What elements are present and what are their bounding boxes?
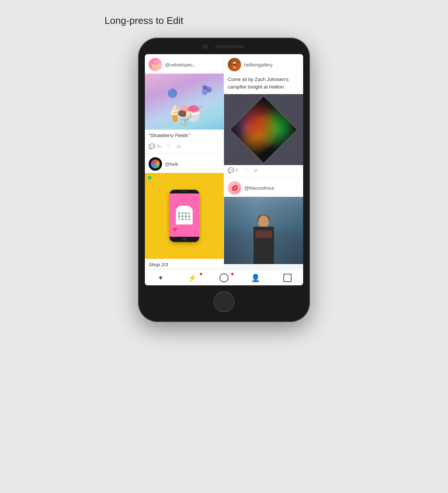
image-art[interactable] [224, 94, 303, 165]
repost-action-hellion[interactable]: ⇄ [253, 167, 258, 173]
repost-icon: ⇄ [177, 143, 181, 149]
avatar-coolhour: 💋 [228, 181, 241, 195]
heart-decoration: ❤️ [172, 227, 177, 232]
left-column: 🎂 @velvetspec... 🍨 🫐 “Strawberry Fields”… [145, 54, 224, 269]
sparkle-icon: ✦ [158, 273, 164, 282]
user-icon: 👤 [251, 273, 260, 282]
phone-top-bar [145, 44, 303, 49]
bottom-nav: ✦ ⚡ 👤 [145, 269, 303, 285]
phone-camera [203, 44, 208, 49]
avatar-hellion: 🍷 [228, 58, 241, 71]
like-action[interactable]: ♡ [167, 143, 171, 149]
nav-profile[interactable]: 👤 [240, 273, 271, 282]
activity-notification-dot [200, 273, 202, 275]
mini-phone-screen: ❤️ [169, 193, 199, 237]
dot-1 [178, 212, 180, 214]
image-strawberry-fields[interactable]: 🍨 🫐 [145, 74, 224, 130]
image-street[interactable] [224, 197, 303, 264]
username-hellion: helliongallery [244, 62, 273, 68]
phone-speaker [215, 45, 245, 48]
post-actions-velvetspec: 💬 8v ♡ ⇄ [145, 141, 224, 153]
username-velvetspec: @velvetspec... [165, 62, 197, 68]
blueberry-emoji: 🫐 [201, 85, 212, 95]
figure-coat [253, 227, 274, 264]
comment-icon-hellion: 💬 [228, 167, 234, 173]
art-colors [230, 96, 297, 163]
mini-home-button [183, 238, 186, 241]
dot-2 [181, 212, 183, 214]
dot-4 [188, 212, 190, 214]
comment-action[interactable]: 💬 8v [149, 143, 161, 149]
home-button[interactable] [214, 291, 234, 312]
dot-12 [188, 218, 190, 220]
heart-icon-hellion: ♡ [243, 167, 248, 173]
post-helliongallery: 🍷 helliongallery Come sit by Zach Johnse… [224, 54, 303, 177]
dot-6 [181, 215, 183, 217]
repost-icon-hellion: ⇄ [253, 167, 258, 173]
bolt-icon: ⚡ [188, 273, 197, 282]
phone-screen: 🎂 @velvetspec... 🍨 🫐 “Strawberry Fields”… [145, 54, 303, 285]
post-velvetspec-header: 🎂 @velvetspec... [145, 54, 224, 74]
nav-collections[interactable] [271, 273, 303, 282]
post-coolhour-header: 💋 @thecoolhour [224, 177, 303, 197]
mini-phone-bottom [169, 237, 199, 242]
post-actions-hellion: 💬 6 ♡ ⇄ [224, 165, 303, 177]
post-text-hellion: Come sit by Zach Johnsen’s campfire toni… [224, 74, 303, 94]
image-yellow-phone[interactable]: ❤️ [145, 173, 224, 259]
heart-icon: ♡ [167, 143, 171, 149]
username-coolhour: @thecoolhour [244, 185, 274, 191]
green-dot-decoration [148, 176, 152, 180]
dot-8 [188, 215, 190, 217]
post-fwlk-header: @fwlk [145, 154, 224, 173]
post-notification-dot [231, 273, 234, 275]
dot-7 [185, 215, 187, 217]
comment-icon: 💬 [149, 143, 155, 149]
square-icon [283, 274, 292, 282]
post-title-strawberry: “Strawberry Fields” [145, 130, 224, 141]
app-feed: 🎂 @velvetspec... 🍨 🫐 “Strawberry Fields”… [145, 54, 303, 269]
post-hellion-header: 🍷 helliongallery [224, 54, 303, 74]
repost-action[interactable]: ⇄ [177, 143, 181, 149]
mini-shirt [176, 206, 193, 224]
dot-11 [185, 218, 187, 220]
ice-cream-emoji: 🍨 [173, 105, 196, 126]
post-coolhour: 💋 @thecoolhour [224, 177, 303, 264]
coat-badge [255, 230, 272, 238]
dot-9 [178, 218, 180, 220]
figure-head [258, 216, 269, 227]
shop-label: Shop 2/3 [145, 259, 224, 269]
nav-discover[interactable]: ✦ [145, 273, 177, 282]
comment-count: 8v [156, 144, 161, 149]
nav-activity[interactable]: ⚡ [177, 273, 208, 282]
art-diamond-container [239, 105, 288, 154]
street-figure [253, 216, 274, 264]
comment-count-hellion: 6 [236, 168, 238, 173]
art-diamond [229, 95, 298, 164]
right-column: 🍷 helliongallery Come sit by Zach Johnse… [224, 54, 303, 269]
mini-phone-top [169, 190, 199, 193]
post-fwlk: @fwlk [145, 154, 224, 269]
dot-5 [178, 215, 180, 217]
phone-shell: 🎂 @velvetspec... 🍨 🫐 “Strawberry Fields”… [138, 38, 310, 322]
username-fwlk: @fwlk [165, 161, 178, 167]
circle-icon [220, 273, 228, 282]
nav-post[interactable] [208, 273, 240, 282]
dot-3 [185, 212, 187, 214]
comment-action-hellion[interactable]: 💬 6 [228, 167, 238, 173]
like-action-hellion[interactable]: ♡ [243, 167, 248, 173]
post-velvetspec: 🎂 @velvetspec... 🍨 🫐 “Strawberry Fields”… [145, 54, 224, 154]
dot-10 [181, 218, 183, 220]
mini-phone: ❤️ [169, 190, 199, 242]
phone-bottom-bar [145, 291, 303, 312]
mini-shirt-dots [178, 212, 190, 220]
avatar-velvetspec: 🎂 [149, 58, 162, 71]
page-title: Long-press to Edit [105, 15, 183, 27]
avatar-fwlk [149, 157, 162, 171]
